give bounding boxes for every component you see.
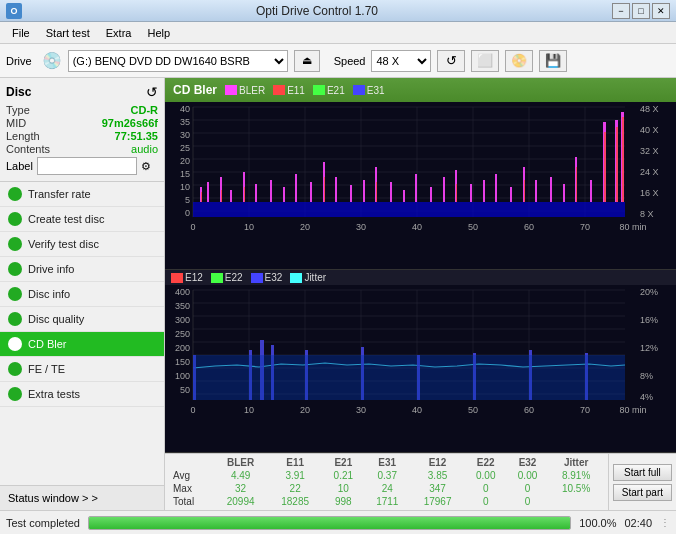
svg-rect-28 bbox=[207, 182, 209, 202]
svg-text:32 X: 32 X bbox=[640, 146, 659, 156]
sidebar: Disc ↺ Type CD-R MID 97m26s66f Length 77… bbox=[0, 78, 165, 510]
svg-rect-55 bbox=[563, 184, 565, 202]
svg-text:40: 40 bbox=[180, 104, 190, 114]
nav-icon-verify-test-disc bbox=[8, 237, 22, 251]
app-icon: O bbox=[6, 3, 22, 19]
label-gear-icon[interactable]: ⚙ bbox=[141, 160, 151, 173]
disc-length-label: Length bbox=[6, 130, 40, 142]
disc-length-value: 77:51.35 bbox=[115, 130, 158, 142]
legend-label-e22: E22 bbox=[225, 272, 243, 283]
stats-col-e31: E31 bbox=[364, 456, 410, 469]
minimize-button[interactable]: − bbox=[612, 3, 630, 19]
start-full-button[interactable]: Start full bbox=[613, 464, 672, 481]
progress-percent: 100.0% bbox=[579, 517, 616, 529]
erase-button[interactable]: ⬜ bbox=[471, 50, 499, 72]
legend-e11: E11 bbox=[273, 85, 305, 96]
sidebar-item-transfer-rate[interactable]: Transfer rate bbox=[0, 182, 164, 207]
svg-rect-69 bbox=[604, 132, 606, 202]
legend-color-jitter bbox=[290, 273, 302, 283]
svg-text:80 min: 80 min bbox=[619, 222, 646, 232]
svg-rect-35 bbox=[295, 174, 297, 202]
menu-extra[interactable]: Extra bbox=[98, 25, 140, 41]
svg-text:0: 0 bbox=[190, 222, 195, 232]
stats-avg-bler: 4.49 bbox=[213, 469, 268, 482]
nav-label-extra-tests: Extra tests bbox=[28, 388, 80, 400]
svg-text:250: 250 bbox=[175, 329, 190, 339]
stats-col-e21: E21 bbox=[322, 456, 364, 469]
menu-start-test[interactable]: Start test bbox=[38, 25, 98, 41]
legend-label-e21: E21 bbox=[327, 85, 345, 96]
sidebar-item-fe-te[interactable]: FE / TE bbox=[0, 357, 164, 382]
legend-label-jitter: Jitter bbox=[304, 272, 326, 283]
sidebar-item-cd-bler[interactable]: CD Bler bbox=[0, 332, 164, 357]
nav-label-drive-info: Drive info bbox=[28, 263, 74, 275]
disc-contents-value: audio bbox=[131, 143, 158, 155]
resize-grip-icon[interactable]: ⋮ bbox=[660, 517, 670, 528]
disc-panel-title: Disc bbox=[6, 85, 31, 99]
stats-total-e22: 0 bbox=[465, 495, 507, 508]
status-window-button[interactable]: Status window > > bbox=[0, 486, 164, 510]
svg-text:0: 0 bbox=[190, 405, 195, 415]
sidebar-item-create-test-disc[interactable]: Create test disc bbox=[0, 207, 164, 232]
window-controls: − □ ✕ bbox=[612, 3, 670, 19]
refresh-button[interactable]: ↺ bbox=[437, 50, 465, 72]
stats-col-bler: BLER bbox=[213, 456, 268, 469]
stats-avg-jitter: 8.91% bbox=[548, 469, 603, 482]
svg-text:10: 10 bbox=[244, 222, 254, 232]
speed-select[interactable]: 48 X 40 X 32 X 24 X 16 X 8 X bbox=[371, 50, 431, 72]
maximize-button[interactable]: □ bbox=[632, 3, 650, 19]
stats-col-e12: E12 bbox=[410, 456, 465, 469]
svg-text:16 X: 16 X bbox=[640, 188, 659, 198]
legend-e12: E12 bbox=[171, 272, 203, 283]
sidebar-item-disc-quality[interactable]: Disc quality bbox=[0, 307, 164, 332]
svg-text:20: 20 bbox=[300, 222, 310, 232]
nav-label-create-test-disc: Create test disc bbox=[28, 213, 104, 225]
speed-label: Speed bbox=[334, 55, 366, 67]
start-part-button[interactable]: Start part bbox=[613, 484, 672, 501]
sidebar-item-extra-tests[interactable]: Extra tests bbox=[0, 382, 164, 407]
stats-total-bler: 20994 bbox=[213, 495, 268, 508]
drive-label: Drive bbox=[6, 55, 32, 67]
svg-rect-40 bbox=[363, 180, 365, 202]
svg-text:16%: 16% bbox=[640, 315, 658, 325]
sidebar-item-verify-test-disc[interactable]: Verify test disc bbox=[0, 232, 164, 257]
svg-text:30: 30 bbox=[180, 130, 190, 140]
eject-button[interactable]: ⏏ bbox=[294, 50, 320, 72]
legend-e21: E21 bbox=[313, 85, 345, 96]
stats-avg-e31: 0.37 bbox=[364, 469, 410, 482]
sidebar-item-drive-info[interactable]: Drive info bbox=[0, 257, 164, 282]
svg-rect-44 bbox=[415, 174, 417, 202]
svg-rect-66 bbox=[456, 184, 457, 202]
disc-refresh-button[interactable]: ↺ bbox=[146, 84, 158, 100]
svg-rect-63 bbox=[244, 187, 245, 202]
stats-total-e32: 0 bbox=[507, 495, 549, 508]
svg-rect-57 bbox=[590, 180, 592, 202]
stats-max-e12: 347 bbox=[410, 482, 465, 495]
burn-button[interactable]: 📀 bbox=[505, 50, 533, 72]
stats-col-e22: E22 bbox=[465, 456, 507, 469]
svg-rect-50 bbox=[495, 174, 497, 202]
svg-text:30: 30 bbox=[356, 222, 366, 232]
menu-file[interactable]: File bbox=[4, 25, 38, 41]
svg-text:20%: 20% bbox=[640, 287, 658, 297]
bottom-chart-header: E12 E22 E32 Jitter bbox=[165, 270, 676, 285]
legend-label-bler: BLER bbox=[239, 85, 265, 96]
toolbar: Drive 💿 (G:) BENQ DVD DD DW1640 BSRB ⏏ S… bbox=[0, 44, 676, 78]
sidebar-item-disc-info[interactable]: Disc info bbox=[0, 282, 164, 307]
legend-color-e12 bbox=[171, 273, 183, 283]
nav-label-transfer-rate: Transfer rate bbox=[28, 188, 91, 200]
svg-text:24 X: 24 X bbox=[640, 167, 659, 177]
disc-label-label: Label bbox=[6, 160, 33, 172]
svg-text:50: 50 bbox=[180, 385, 190, 395]
save-button[interactable]: 💾 bbox=[539, 50, 567, 72]
legend-label-e31: E31 bbox=[367, 85, 385, 96]
menu-help[interactable]: Help bbox=[139, 25, 178, 41]
svg-text:70: 70 bbox=[580, 405, 590, 415]
elapsed-time: 02:40 bbox=[624, 517, 652, 529]
legend-color-e31 bbox=[353, 85, 365, 95]
close-button[interactable]: ✕ bbox=[652, 3, 670, 19]
svg-rect-32 bbox=[255, 184, 257, 202]
disc-label-input[interactable] bbox=[37, 157, 137, 175]
legend-label-e11: E11 bbox=[287, 85, 305, 96]
drive-select[interactable]: (G:) BENQ DVD DD DW1640 BSRB bbox=[68, 50, 288, 72]
